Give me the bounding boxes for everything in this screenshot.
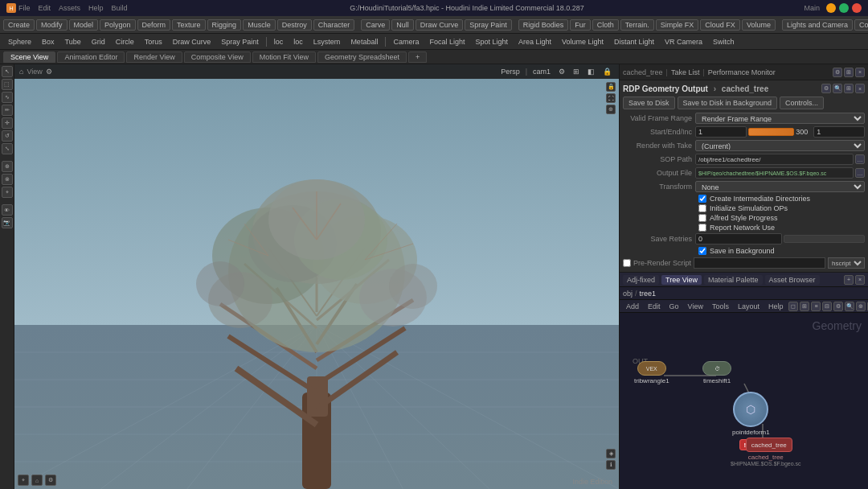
save-retries-slider[interactable] xyxy=(784,235,866,243)
sop-path-input[interactable] xyxy=(695,154,854,165)
toolbar-cloth[interactable]: Cloth xyxy=(592,19,619,31)
ng-menu-tools[interactable]: Tools xyxy=(709,302,732,310)
ng-menu-go[interactable]: Go xyxy=(666,302,682,310)
save-retries-input[interactable] xyxy=(695,233,782,244)
init-sim-checkbox[interactable] xyxy=(698,204,706,212)
tool-view[interactable]: 👁 xyxy=(2,204,13,216)
vp-tools[interactable]: ⚙ xyxy=(46,68,52,76)
ng-icon4[interactable]: ⊟ xyxy=(822,302,832,311)
assets-menu-title[interactable]: Assets xyxy=(56,4,83,12)
node-timeshift1[interactable]: ⏱ timeshift1 xyxy=(702,361,731,384)
vp-home-btn[interactable]: ⌂ xyxy=(19,68,23,76)
ng-canvas[interactable]: Geometry OUT VEX xyxy=(620,313,868,489)
edit-menu-title[interactable]: Edit xyxy=(36,4,54,12)
vp-lock-icon[interactable]: 🔒 xyxy=(606,82,616,92)
toolbar-create[interactable]: Create xyxy=(3,19,35,31)
tab-motion-fit[interactable]: Motion Fit View xyxy=(252,51,316,63)
tab-add[interactable]: + xyxy=(408,51,427,63)
ng-icon5[interactable]: ⚙ xyxy=(833,302,843,311)
toolbar-rigging[interactable]: Rigging xyxy=(207,19,242,31)
tab-scene-view[interactable]: Scene View xyxy=(3,51,55,63)
rp-take-btn[interactable]: Take List xyxy=(671,68,700,76)
save-to-disk-button[interactable]: Save to Disk xyxy=(623,97,675,109)
rop-expand-icon[interactable]: ⊞ xyxy=(844,84,854,93)
rp-settings-icon[interactable]: ⚙ xyxy=(833,68,842,77)
tool-pose[interactable]: ⊗ xyxy=(2,174,13,185)
ng-icon2[interactable]: ⊞ xyxy=(800,302,809,311)
rp-perf-btn[interactable]: Performance Monitor xyxy=(708,68,776,76)
start-frame-input[interactable] xyxy=(695,126,747,138)
shelf-camera[interactable]: Camera xyxy=(388,37,424,47)
node-pointdeform1[interactable]: ⬡ pointdeform1 xyxy=(732,392,770,436)
tab-composite-view[interactable]: Composite View xyxy=(184,51,251,63)
rop-close-icon[interactable]: × xyxy=(855,84,865,93)
save-background-checkbox[interactable] xyxy=(698,247,706,255)
ng-icon7[interactable]: ⊕ xyxy=(856,302,866,311)
shelf-torus[interactable]: Torus xyxy=(140,37,167,47)
report-network-checkbox[interactable] xyxy=(698,224,706,232)
build-menu-title[interactable]: Build xyxy=(109,4,130,12)
shelf-vrcamera[interactable]: VR Camera xyxy=(660,37,707,47)
render-with-select[interactable]: (Current) xyxy=(695,140,865,151)
rop-settings-icon[interactable]: ⚙ xyxy=(821,84,831,93)
ng-menu-layout[interactable]: Layout xyxy=(735,302,763,310)
tool-move[interactable]: ✛ xyxy=(2,117,13,129)
vp-zoom-icon[interactable]: ⊕ xyxy=(606,105,616,114)
ng-menu-view[interactable]: View xyxy=(685,302,706,310)
tool-camera[interactable]: 📷 xyxy=(2,217,13,228)
shelf-distantlight[interactable]: Distant Light xyxy=(609,37,659,47)
toolbar-destroy[interactable]: Destroy xyxy=(277,19,312,31)
shelf-circle[interactable]: Circle xyxy=(111,37,139,47)
output-file-input[interactable] xyxy=(695,167,854,179)
viewport[interactable]: ⌂ View ⚙ Persp | cam1 ⚙ ⊞ ◧ 🔒 Angular Sp… xyxy=(14,64,619,489)
shelf-focallight[interactable]: Focal Light xyxy=(424,37,469,47)
ng-close-tab-icon[interactable]: × xyxy=(855,275,865,285)
ng-menu-add[interactable]: Add xyxy=(623,302,642,310)
shelf-loc2[interactable]: loc xyxy=(289,37,308,47)
tool-scale[interactable]: ⤡ xyxy=(2,143,13,154)
toolbar-null[interactable]: Null xyxy=(391,19,414,31)
tool-snap[interactable]: ⌖ xyxy=(2,187,13,198)
close-button[interactable] xyxy=(852,3,862,13)
shelf-arealight[interactable]: Area Light xyxy=(514,37,556,47)
minimize-button[interactable] xyxy=(826,3,836,13)
vp-lock-btn[interactable]: 🔒 xyxy=(600,68,614,76)
maximize-button[interactable] xyxy=(839,3,849,13)
tool-select[interactable]: ↖ xyxy=(2,66,13,77)
toolbar-rigidbodies[interactable]: Rigid Bodies xyxy=(518,19,569,31)
ng-menu-edit[interactable]: Edit xyxy=(645,302,664,310)
create-dirs-checkbox[interactable] xyxy=(698,195,706,203)
pre-render-checkbox[interactable] xyxy=(623,259,631,267)
rp-close-icon[interactable]: × xyxy=(855,68,865,77)
vp-home-icon[interactable]: ⌂ xyxy=(31,475,43,486)
shelf-switch[interactable]: Switch xyxy=(708,37,739,47)
range-track[interactable] xyxy=(748,128,795,136)
shelf-drawcurve[interactable]: Draw Curve xyxy=(168,37,216,47)
ng-icon6[interactable]: 🔍 xyxy=(845,302,854,311)
toolbar-model[interactable]: Model xyxy=(69,19,99,31)
ng-icon1[interactable]: ◻ xyxy=(788,302,798,311)
vp-settings-btn[interactable]: ⚙ xyxy=(556,68,567,76)
inc-frame-input[interactable] xyxy=(813,126,865,138)
shelf-tube[interactable]: Tube xyxy=(60,37,86,47)
ng-icon3[interactable]: ≡ xyxy=(811,302,821,311)
file-menu-title[interactable]: File xyxy=(16,4,33,12)
rop-search-icon[interactable]: 🔍 xyxy=(833,84,842,93)
toolbar-fur[interactable]: Fur xyxy=(570,19,591,31)
vp-nav-icon[interactable]: ◈ xyxy=(606,449,616,458)
pre-render-input[interactable] xyxy=(694,257,825,269)
shelf-sphere[interactable]: Sphere xyxy=(3,37,36,47)
toolbar-volume[interactable]: Volume xyxy=(742,19,776,31)
tool-lasso[interactable]: ∿ xyxy=(2,92,13,103)
ng-tab-matpalette[interactable]: Material Palette xyxy=(704,275,763,285)
tool-rotate[interactable]: ↺ xyxy=(2,130,13,142)
output-file-browse-icon[interactable]: … xyxy=(855,168,865,178)
toolbar-drawcurve[interactable]: Draw Curve xyxy=(416,19,464,31)
shelf-lsystem[interactable]: Lsystem xyxy=(309,37,346,47)
toolbar-character[interactable]: Character xyxy=(313,19,355,31)
sop-path-browse-icon[interactable]: … xyxy=(855,154,865,164)
ng-obj-path[interactable]: obj xyxy=(623,290,633,298)
vp-fullscreen-icon[interactable]: ⛶ xyxy=(606,93,616,103)
toolbar-cloudfx[interactable]: Cloud FX xyxy=(700,19,740,31)
tab-animation-editor[interactable]: Animation Editor xyxy=(57,51,125,63)
